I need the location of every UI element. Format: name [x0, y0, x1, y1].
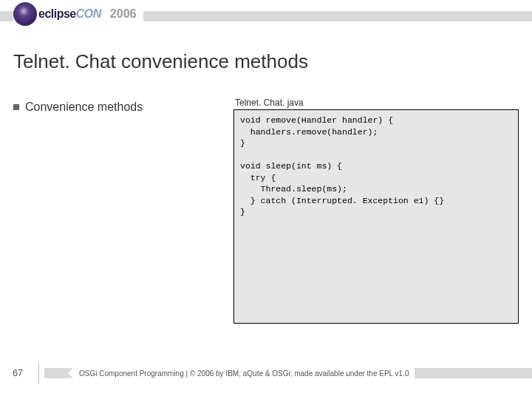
- code-caption: Telnet. Chat. java: [235, 98, 519, 108]
- slide-number: 67: [0, 368, 35, 378]
- header: eclipseCON 2006: [0, 0, 532, 38]
- logo-year: 2006: [107, 7, 140, 21]
- footer-tab: OSGi Component Programming | © 2006 by I…: [68, 364, 415, 383]
- eclipse-orb-icon: [13, 2, 37, 26]
- logo-text-con: CON: [76, 7, 101, 20]
- tab-chevron-icon: [68, 364, 78, 383]
- content-area: Convenience methods Telnet. Chat. java v…: [13, 98, 519, 324]
- logo-text-eclipse: eclipse: [38, 7, 76, 20]
- code-box: void remove(Handler handler) { handlers.…: [233, 109, 519, 324]
- bullet-item: Convenience methods: [13, 100, 228, 114]
- footer: 67 OSGi Component Programming | © 2006 b…: [0, 364, 532, 383]
- bullet-text: Convenience methods: [25, 100, 143, 114]
- logo: eclipseCON 2006: [13, 2, 143, 26]
- footer-text: OSGi Component Programming | © 2006 by I…: [78, 364, 415, 383]
- slide-title: Telnet. Chat convenience methods: [13, 50, 308, 73]
- footer-separator: [38, 362, 39, 384]
- left-column: Convenience methods: [13, 98, 228, 324]
- bullet-square-icon: [13, 104, 19, 110]
- right-column: Telnet. Chat. java void remove(Handler h…: [233, 98, 519, 324]
